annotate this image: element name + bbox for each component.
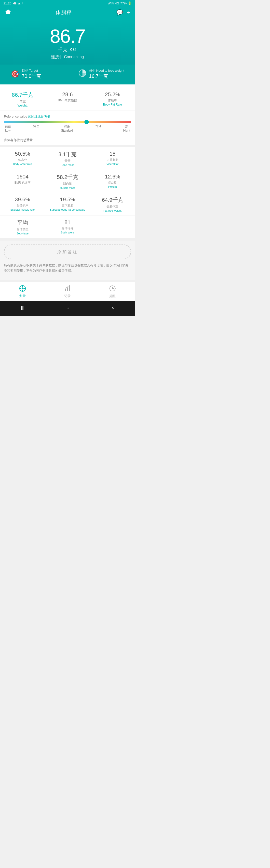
bar-indicator	[84, 120, 89, 124]
add-icon[interactable]: +	[126, 8, 130, 16]
body-type-row: 平均 身体类型 Body type 81 身体得分 Body score	[0, 216, 135, 239]
bone-mass-en: Bone mass	[47, 163, 88, 166]
protein-cn: 蛋白质	[92, 181, 133, 185]
pie-icon	[79, 69, 86, 79]
body-type-empty	[90, 216, 135, 238]
subcutaneous-fat-en: Subcutaneous fat percentage	[47, 208, 88, 211]
chat-icon[interactable]: 💬	[116, 9, 123, 16]
svg-rect-7	[65, 289, 66, 291]
target-weight-item: 🎯 目标 Target 70.0千克	[11, 68, 41, 80]
weight-stat-value: 86.7千克	[2, 91, 43, 99]
body-score-value: 81	[47, 219, 88, 225]
protein-value: 12.6%	[92, 174, 133, 180]
system-nav: ||| ○ <	[0, 301, 135, 316]
fat-free-cn: 去脂体重	[92, 205, 133, 209]
records-icon	[64, 285, 71, 293]
high-label-cn: 高	[123, 125, 130, 129]
nav-reminder[interactable]: 提醒	[105, 285, 120, 298]
body-score-cn: 身体得分	[47, 226, 88, 230]
weight-value: 86.7	[5, 27, 130, 46]
bmr-item: 1604 BMR 代谢率	[0, 170, 45, 193]
reminder-icon	[109, 285, 116, 293]
nav-records[interactable]: 记录	[60, 285, 75, 298]
metrics-row-1: 50.5% 体水分 Body water rate 3.1千克 骨量 Bone …	[0, 147, 135, 170]
skeletal-muscle-value: 39.6%	[2, 196, 43, 203]
low-label-en: Low	[5, 129, 11, 132]
status-left: 21:20 ☁️ ☁ ⬇	[3, 1, 24, 5]
weight-stat-cn: 体重	[2, 99, 43, 103]
download-icon: ⬇	[22, 1, 24, 5]
target-label: 目标 Target	[22, 68, 41, 73]
visceral-fat-en: Viseral fat	[92, 162, 133, 165]
body-type-item: 平均 身体类型 Body type	[0, 216, 45, 238]
connecting-status: 连接中 Connecting	[5, 55, 130, 60]
std-group: 标准 Standard	[61, 125, 73, 132]
status-bar: 21:20 ☁️ ☁ ⬇ WiFi 4G 77% 🔋	[0, 0, 135, 7]
muscle-mass-en: Muscle mass	[47, 186, 88, 189]
subcutaneous-fat-value: 19.5%	[47, 196, 88, 203]
bmr-value: 1604	[2, 174, 43, 180]
bmi-stat-value: 28.6	[47, 91, 88, 98]
recent-apps-button[interactable]: |||	[16, 304, 29, 311]
battery-icon: 🔋	[128, 1, 131, 5]
body-water-item: 50.5% 体水分 Body water rate	[0, 147, 45, 170]
bmi-stat-cn: BMI 体质指数	[47, 98, 88, 103]
muscle-mass-item: 58.2千克 肌肉量 Muscle mass	[45, 170, 90, 193]
subcutaneous-fat-item: 19.5% 皮下脂肪 Subcutaneous fat percentage	[45, 193, 90, 216]
body-fat-cn: 体脂率	[92, 98, 133, 103]
visceral-fat-item: 15 内脏脂肪 Viseral fat	[90, 147, 135, 170]
lose-weight-item: 减少 Need to lose weight 16.7千克	[79, 68, 124, 80]
weather-icon: ☁️	[12, 1, 17, 5]
weight-display: 86.7 千克 KG 连接中 Connecting	[0, 19, 135, 65]
lose-weight-value: 16.7千克	[89, 73, 124, 80]
body-total-label: 身体各部位的总重量	[0, 136, 135, 145]
body-water-value: 50.5%	[2, 151, 43, 157]
muscle-mass-cn: 肌肉量	[47, 182, 88, 186]
bottom-nav: 测量 记录 提醒	[0, 282, 135, 301]
fat-free-item: 64.9千克 去脂体重 Fat-free weight	[90, 193, 135, 216]
body-score-item: 81 身体得分 Body score	[45, 216, 90, 238]
metrics-row-2: 1604 BMR 代谢率 58.2千克 肌肉量 Muscle mass 12.6…	[0, 170, 135, 193]
back-nav-button[interactable]: <	[107, 304, 119, 311]
battery-text: 77%	[120, 1, 127, 5]
header: 体脂秤 💬 +	[0, 7, 135, 19]
top-stats-row: 86.7千克 体重 Weightt 28.6 BMI 体质指数 25.2% 体脂…	[0, 88, 135, 111]
svg-rect-9	[69, 286, 70, 291]
nav-measure[interactable]: 测量	[15, 285, 30, 298]
svg-point-10	[69, 285, 70, 286]
low-label-cn: 偏低	[5, 125, 11, 129]
body-water-en: Body water rate	[2, 162, 43, 165]
weight-unit: 千克 KG	[5, 46, 130, 53]
bmi-stat: 28.6 BMI 体质指数	[45, 88, 90, 110]
protein-en: Protein	[92, 185, 133, 188]
add-note-button[interactable]: 添加备注	[4, 245, 131, 259]
visceral-fat-value: 15	[92, 151, 133, 157]
body-type-value: 平均	[2, 219, 43, 226]
reference-bar-track	[4, 121, 131, 123]
metrics-row-3: 39.6% 骨骼肌率 Skeletal muscle rate 19.5% 皮下…	[0, 193, 135, 216]
body-fat-en: Body Fat Rate	[92, 103, 133, 106]
lose-weight-text: 减少 Need to lose weight 16.7千克	[89, 68, 124, 80]
wifi-icon: WiFi	[108, 1, 114, 5]
home-button[interactable]	[5, 9, 11, 16]
fat-free-en: Fat-free weight	[92, 209, 133, 212]
target-icon: 🎯	[11, 70, 20, 78]
bmr-cn: BMR 代谢率	[2, 181, 43, 185]
std-label-en: Standard	[61, 129, 73, 132]
low-group: 偏低 Low	[5, 125, 11, 132]
body-fat-value: 25.2%	[92, 91, 133, 98]
body-fat-stat: 25.2% 体脂率 Body Fat Rate	[90, 88, 135, 110]
skeletal-muscle-item: 39.6% 骨骼肌率 Skeletal muscle rate	[0, 193, 45, 216]
bone-mass-cn: 骨量	[47, 159, 88, 163]
target-text: 目标 Target 70.0千克	[22, 68, 41, 80]
measure-icon	[19, 285, 26, 293]
reference-section: Reference value 蓝绿红线参考值 偏低 Low 59.2 标准 S…	[0, 113, 135, 136]
visceral-fat-cn: 内脏脂肪	[92, 158, 133, 162]
home-nav-button[interactable]: ○	[61, 304, 74, 312]
svg-rect-8	[67, 287, 68, 291]
top-stats: 86.7千克 体重 Weightt 28.6 BMI 体质指数 25.2% 体脂…	[0, 85, 135, 113]
skeletal-muscle-en: Skeletal muscle rate	[2, 208, 43, 211]
header-actions: 💬 +	[116, 8, 130, 16]
weight-stat-en: Weightt	[2, 104, 43, 107]
body-water-cn: 体水分	[2, 158, 43, 162]
